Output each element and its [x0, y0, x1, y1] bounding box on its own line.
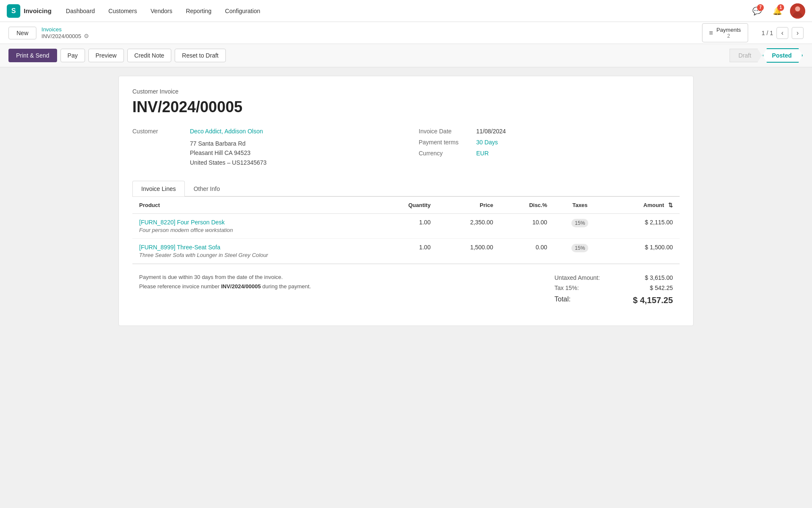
address-block: 77 Santa Barbara Rd Pleasant Hill CA 945…: [190, 139, 393, 167]
top-navigation: S Invoicing Dashboard Customers Vendors …: [0, 0, 812, 22]
price-cell-1: 2,350.00: [437, 214, 500, 239]
tax-label: Tax 15%:: [554, 284, 579, 291]
payments-label: Payments: [716, 27, 741, 33]
breadcrumb: Invoices INV/2024/00005 ⚙: [41, 26, 89, 39]
invoice-date-label: Invoice Date: [419, 128, 469, 135]
untaxed-row: Untaxed Amount: $ 3,615.00: [554, 273, 673, 283]
currency-field: Currency EUR: [419, 150, 680, 157]
pagination-text: 1 / 1: [762, 30, 773, 36]
tax-badge-1[interactable]: 15%: [571, 219, 588, 227]
currency-label: Currency: [419, 150, 469, 157]
amount-cell-2: $ 1,500.00: [606, 239, 680, 264]
note-invoice-ref: INV/2024/00005: [221, 283, 261, 290]
messages-button[interactable]: 💬 7: [749, 3, 765, 19]
pay-button[interactable]: Pay: [60, 49, 85, 62]
messages-badge: 7: [757, 4, 764, 11]
table-row: [FURN_8220] Four Person Desk Four person…: [132, 214, 680, 239]
nav-items: Dashboard Customers Vendors Reporting Co…: [60, 5, 749, 17]
tax-cell-2: 15%: [554, 239, 606, 264]
reset-to-draft-button[interactable]: Reset to Draft: [175, 49, 225, 62]
breadcrumb-current: INV/2024/00005 ⚙: [41, 33, 89, 39]
nav-configuration[interactable]: Configuration: [219, 5, 266, 17]
preview-button[interactable]: Preview: [88, 49, 124, 62]
svg-point-1: [795, 6, 800, 11]
prev-page-button[interactable]: ‹: [776, 27, 788, 39]
payment-terms-value[interactable]: 30 Days: [476, 139, 498, 146]
note-line2: Please reference invoice number INV/2024…: [139, 282, 538, 291]
invoice-date-value: 11/08/2024: [476, 128, 506, 135]
payment-terms-label: Payment terms: [419, 139, 469, 146]
pagination-controls: 1 / 1 ‹ ›: [762, 27, 804, 39]
invoice-meta: Customer Deco Addict, Addison Olson 77 S…: [132, 128, 680, 167]
qty-cell-1: 1.00: [376, 214, 437, 239]
nav-dashboard[interactable]: Dashboard: [60, 5, 101, 17]
footer-notes: Payment is due within 30 days from the d…: [139, 273, 538, 305]
untaxed-label: Untaxed Amount:: [554, 274, 600, 281]
gear-icon[interactable]: ⚙: [84, 33, 89, 39]
alerts-button[interactable]: 🔔 1: [770, 3, 785, 19]
product-link-2[interactable]: [FURN_8999] Three-Seat Sofa: [139, 244, 369, 251]
tax-row: Tax 15%: $ 542.25: [554, 283, 673, 293]
disc-cell-1: 10.00: [500, 214, 554, 239]
product-desc-2: Three Seater Sofa with Lounger in Steel …: [139, 252, 369, 258]
customer-name[interactable]: Deco Addict, Addison Olson: [190, 128, 263, 135]
app-logo[interactable]: S Invoicing: [7, 4, 52, 18]
nav-customers[interactable]: Customers: [102, 5, 143, 17]
col-amount: Amount ⇅: [606, 197, 680, 214]
status-draft[interactable]: Draft: [730, 49, 762, 62]
total-label: Total:: [554, 295, 571, 305]
logo-icon: S: [7, 4, 20, 18]
invoice-card: Customer Invoice INV/2024/00005 Customer…: [118, 76, 694, 326]
currency-value[interactable]: EUR: [476, 150, 489, 157]
user-avatar[interactable]: [790, 3, 805, 19]
next-page-button[interactable]: ›: [792, 27, 804, 39]
product-link-1[interactable]: [FURN_8220] Four Person Desk: [139, 219, 369, 226]
invoice-footer: Payment is due within 30 days from the d…: [132, 264, 680, 314]
tab-invoice-lines[interactable]: Invoice Lines: [132, 181, 185, 196]
qty-cell-2: 1.00: [376, 239, 437, 264]
col-disc: Disc.%: [500, 197, 554, 214]
payments-button[interactable]: ≡ Payments 2: [702, 23, 748, 42]
disc-cell-2: 0.00: [500, 239, 554, 264]
col-quantity: Quantity: [376, 197, 437, 214]
action-bar: Print & Send Pay Preview Credit Note Res…: [0, 44, 812, 67]
nav-reporting[interactable]: Reporting: [180, 5, 217, 17]
address-line1: 77 Santa Barbara Rd: [190, 139, 393, 148]
tax-badge-2[interactable]: 15%: [571, 244, 588, 252]
note-line1: Payment is due within 30 days from the d…: [139, 273, 538, 282]
sort-icon[interactable]: ⇅: [668, 202, 673, 208]
tab-other-info[interactable]: Other Info: [185, 181, 229, 196]
nav-vendors[interactable]: Vendors: [145, 5, 178, 17]
nav-right: 💬 7 🔔 1: [749, 3, 805, 19]
customer-field: Customer Deco Addict, Addison Olson: [132, 128, 393, 135]
new-button[interactable]: New: [8, 27, 36, 39]
tax-cell-1: 15%: [554, 214, 606, 239]
tax-value: $ 542.25: [650, 284, 673, 291]
breadcrumb-bar: New Invoices INV/2024/00005 ⚙ ≡ Payments…: [0, 22, 812, 44]
breadcrumb-current-text: INV/2024/00005: [41, 33, 81, 39]
invoice-type-label: Customer Invoice: [132, 88, 680, 95]
product-desc-1: Four person modern office workstation: [139, 227, 369, 233]
invoice-table: Product Quantity Price Disc.% Taxes Amou…: [132, 196, 680, 264]
credit-note-button[interactable]: Credit Note: [127, 49, 172, 62]
col-product: Product: [132, 197, 376, 214]
col-taxes: Taxes: [554, 197, 606, 214]
print-send-button[interactable]: Print & Send: [8, 49, 57, 62]
payment-terms-field: Payment terms 30 Days: [419, 139, 680, 146]
breadcrumb-parent-link[interactable]: Invoices: [41, 26, 89, 33]
col-price: Price: [437, 197, 500, 214]
untaxed-value: $ 3,615.00: [645, 274, 673, 281]
amount-cell-1: $ 2,115.00: [606, 214, 680, 239]
product-cell-1: [FURN_8220] Four Person Desk Four person…: [132, 214, 376, 239]
total-row: Total: $ 4,157.25: [554, 293, 673, 305]
meta-left: Customer Deco Addict, Addison Olson 77 S…: [132, 128, 393, 167]
product-cell-2: [FURN_8999] Three-Seat Sofa Three Seater…: [132, 239, 376, 264]
total-value: $ 4,157.25: [633, 295, 673, 305]
invoice-tabs: Invoice Lines Other Info: [132, 181, 680, 196]
status-pipeline: Draft Posted: [730, 48, 804, 63]
meta-right: Invoice Date 11/08/2024 Payment terms 30…: [419, 128, 680, 167]
status-posted[interactable]: Posted: [763, 48, 803, 63]
address-line3: United States – US12345673: [190, 158, 393, 167]
table-row: [FURN_8999] Three-Seat Sofa Three Seater…: [132, 239, 680, 264]
invoice-number: INV/2024/00005: [132, 98, 680, 116]
